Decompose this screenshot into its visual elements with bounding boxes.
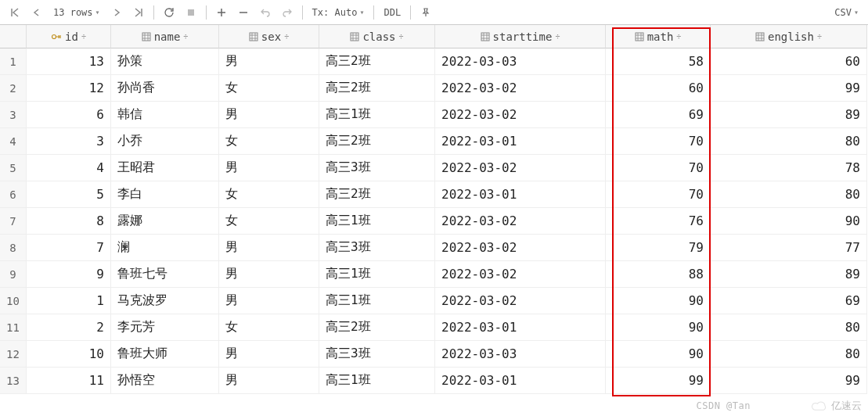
sort-icon[interactable]: ÷ [183,32,188,41]
cell-id[interactable]: 11 [27,368,111,394]
cell-sex[interactable]: 女 [219,75,319,102]
ddl-button[interactable]: DDL [379,3,405,22]
cell-id[interactable]: 6 [27,102,111,128]
column-header-name[interactable]: name÷ [111,25,219,48]
cell-english[interactable]: 80 [711,128,867,155]
row-number[interactable]: 1 [0,48,27,75]
cell-name[interactable]: 孙策 [111,48,219,75]
cell-english[interactable]: 69 [711,288,867,314]
stop-button[interactable] [181,3,201,22]
sort-icon[interactable]: ÷ [555,32,560,41]
cell-math[interactable]: 90 [606,288,711,314]
cell-sex[interactable]: 男 [219,48,319,75]
last-page-button[interactable] [128,3,149,22]
delete-row-button[interactable] [233,3,254,22]
cell-math[interactable]: 70 [606,128,711,155]
cell-starttime[interactable]: 2022-03-02 [435,288,606,314]
cell-math[interactable]: 69 [606,102,711,128]
cell-starttime[interactable]: 2022-03-02 [435,208,606,235]
tx-mode-dropdown[interactable]: Tx: Auto ▾ [308,3,369,22]
cell-starttime[interactable]: 2022-03-03 [435,341,606,368]
cell-name[interactable]: 澜 [111,235,219,261]
cell-class[interactable]: 高三3班 [319,341,435,368]
cell-sex[interactable]: 男 [219,155,319,181]
cell-name[interactable]: 鲁班大师 [111,341,219,368]
cell-english[interactable]: 89 [711,261,867,288]
cell-id[interactable]: 13 [27,48,111,75]
row-number[interactable]: 11 [0,314,27,341]
cell-class[interactable]: 高三2班 [319,181,435,208]
column-header-class[interactable]: class÷ [319,25,435,48]
cell-class[interactable]: 高三1班 [319,261,435,288]
pin-button[interactable] [416,3,436,22]
cell-sex[interactable]: 女 [219,128,319,155]
cell-starttime[interactable]: 2022-03-02 [435,155,606,181]
cell-english[interactable]: 99 [711,368,867,394]
column-header-sex[interactable]: sex÷ [219,25,319,48]
cell-starttime[interactable]: 2022-03-01 [435,368,606,394]
cell-math[interactable]: 76 [606,208,711,235]
cell-class[interactable]: 高三1班 [319,102,435,128]
cell-sex[interactable]: 女 [219,181,319,208]
sort-icon[interactable]: ÷ [676,32,681,41]
cell-name[interactable]: 小乔 [111,128,219,155]
cell-class[interactable]: 高三2班 [319,314,435,341]
cell-id[interactable]: 1 [27,288,111,314]
cell-class[interactable]: 高三3班 [319,235,435,261]
cell-id[interactable]: 9 [27,261,111,288]
sort-icon[interactable]: ÷ [81,32,86,41]
cell-name[interactable]: 王昭君 [111,155,219,181]
cell-class[interactable]: 高三2班 [319,128,435,155]
cell-math[interactable]: 60 [606,75,711,102]
sort-icon[interactable]: ÷ [399,32,404,41]
cell-english[interactable]: 89 [711,102,867,128]
cell-sex[interactable]: 女 [219,208,319,235]
refresh-button[interactable] [159,3,179,22]
row-number[interactable]: 5 [0,155,27,181]
sort-icon[interactable]: ÷ [817,32,822,41]
cell-english[interactable]: 80 [711,314,867,341]
cell-name[interactable]: 李白 [111,181,219,208]
cell-math[interactable]: 90 [606,314,711,341]
cell-english[interactable]: 90 [711,208,867,235]
cell-name[interactable]: 李元芳 [111,314,219,341]
column-header-starttime[interactable]: starttime÷ [435,25,606,48]
cell-name[interactable]: 韩信 [111,102,219,128]
cell-english[interactable]: 77 [711,235,867,261]
cell-sex[interactable]: 男 [219,235,319,261]
cell-id[interactable]: 5 [27,181,111,208]
cell-class[interactable]: 高三2班 [319,48,435,75]
cell-sex[interactable]: 男 [219,368,319,394]
cell-english[interactable]: 78 [711,155,867,181]
cell-math[interactable]: 88 [606,261,711,288]
cell-english[interactable]: 80 [711,181,867,208]
cell-sex[interactable]: 女 [219,314,319,341]
cell-name[interactable]: 马克波罗 [111,288,219,314]
row-number[interactable]: 10 [0,288,27,314]
row-number[interactable]: 4 [0,128,27,155]
add-row-button[interactable] [211,3,232,22]
row-number[interactable]: 13 [0,368,27,394]
cell-id[interactable]: 10 [27,341,111,368]
row-count-dropdown[interactable]: 13 rows ▾ [49,3,105,22]
cell-english[interactable]: 60 [711,48,867,75]
cell-starttime[interactable]: 2022-03-01 [435,181,606,208]
cell-starttime[interactable]: 2022-03-02 [435,102,606,128]
cell-math[interactable]: 79 [606,235,711,261]
column-header-english[interactable]: english÷ [711,25,867,48]
cell-english[interactable]: 80 [711,341,867,368]
cell-sex[interactable]: 男 [219,341,319,368]
row-number[interactable]: 3 [0,102,27,128]
cell-name[interactable]: 露娜 [111,208,219,235]
cell-math[interactable]: 58 [606,48,711,75]
cell-sex[interactable]: 男 [219,102,319,128]
row-number[interactable]: 2 [0,75,27,102]
cell-starttime[interactable]: 2022-03-02 [435,75,606,102]
cell-id[interactable]: 7 [27,235,111,261]
row-number[interactable]: 7 [0,208,27,235]
row-number[interactable]: 12 [0,341,27,368]
cell-class[interactable]: 高三2班 [319,75,435,102]
column-header-id[interactable]: id÷ [27,25,111,48]
cell-id[interactable]: 12 [27,75,111,102]
cell-math[interactable]: 99 [606,368,711,394]
